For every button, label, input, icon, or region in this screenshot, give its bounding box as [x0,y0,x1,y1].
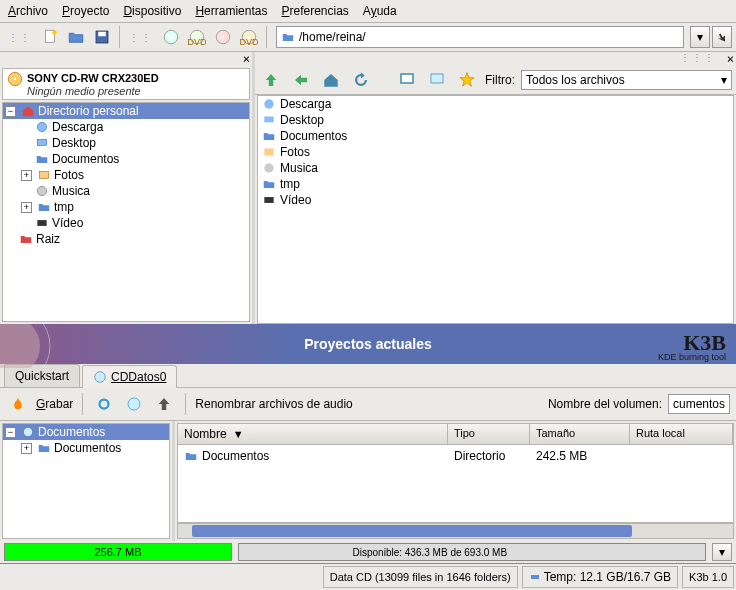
view-icons-button[interactable] [395,68,419,92]
section-header: Proyectos actuales K3BKDE burning tool [0,324,736,364]
close-pane-button[interactable]: × [243,52,250,66]
disc-rw-icon[interactable] [211,25,235,49]
back-button[interactable] [289,68,313,92]
desktop-icon [35,136,49,150]
app-logo: K3BKDE burning tool [658,330,726,362]
list-item[interactable]: Documentos [258,128,733,144]
right-pane: ⋮⋮⋮ × Filtro: Todos los archivos▾ Descar… [255,52,736,324]
disc-decor-icon [0,324,60,368]
col-ruta[interactable]: Ruta local [630,424,733,444]
rename-button[interactable]: Renombrar archivos de audio [195,397,352,411]
progress-bar-row: 256.7 MB Disponible: 436.3 MB de 693.0 M… [0,541,736,563]
video-icon [35,216,49,230]
list-item[interactable]: Musica [258,160,733,176]
folder-icon [37,200,51,214]
tree-row[interactable]: +Documentos [3,440,169,456]
tree-row[interactable]: Musica [3,183,249,199]
list-item[interactable]: Vídeo [258,192,733,208]
tree-row[interactable]: +tmp [3,199,249,215]
new-button[interactable] [38,25,62,49]
up-button[interactable] [259,68,283,92]
burn-icon[interactable] [6,392,30,416]
svg-point-26 [264,163,273,172]
tree-row[interactable]: Desktop [3,135,249,151]
folder-icon [262,97,276,111]
tree-row[interactable]: Documentos [3,151,249,167]
svg-rect-17 [37,140,46,146]
video-icon [262,193,276,207]
menu-archivo[interactable]: Archivo [8,4,48,18]
menu-ayuda[interactable]: Ayuda [363,4,397,18]
svg-point-29 [0,324,40,368]
path-history-button[interactable]: ▾ [690,26,710,48]
file-list[interactable]: Descarga Desktop Documentos Fotos Musica… [257,95,734,324]
burn-button[interactable]: Grabar [36,397,73,411]
volname-label: Nombre del volumen: [548,397,662,411]
tree-row[interactable]: Vídeo [3,215,249,231]
tabbar: Quickstart CDDatos0 [0,364,736,388]
list-item[interactable]: Fotos [258,144,733,160]
tree-row[interactable]: −Documentos [3,424,169,440]
folder-icon [281,30,295,44]
folder-icon [184,449,198,463]
left-pane: × SONY CD-RW CRX230EDNingún medio presen… [0,52,255,324]
save-button[interactable] [90,25,114,49]
photo-icon [262,145,276,159]
filter-label: Filtro: [485,73,515,87]
list-item[interactable]: tmp [258,176,733,192]
tree-row-raiz[interactable]: Raiz [3,231,249,247]
list-item[interactable]: Desktop [258,112,733,128]
view-list-button[interactable] [425,68,449,92]
disc-cd-icon[interactable] [159,25,183,49]
volname-input[interactable] [668,394,730,414]
folder-icon [262,177,276,191]
tree-row-root[interactable]: −Directorio personal [3,103,249,119]
list-item[interactable]: Descarga [258,96,733,112]
device-box[interactable]: SONY CD-RW CRX230EDNingún medio presente [2,68,250,100]
col-nombre[interactable]: Nombre ▼ [178,424,448,444]
temp-icon [529,571,541,583]
svg-rect-20 [37,220,46,226]
handle-icon: ⋮⋮ [8,32,32,43]
import-button[interactable] [122,392,146,416]
table-row[interactable]: Documentos Directorio 242.5 MB [178,445,733,467]
home-button[interactable] [319,68,343,92]
music-icon [262,161,276,175]
svg-rect-24 [264,117,273,123]
reload-button[interactable] [349,68,373,92]
parent-button[interactable] [152,392,176,416]
gear-button[interactable] [92,392,116,416]
tab-cddatos[interactable]: CDDatos0 [82,365,177,388]
tree-row[interactable]: Descarga [3,119,249,135]
left-tree[interactable]: −Directorio personal Descarga Desktop Do… [2,102,250,322]
menu-herramientas[interactable]: Herramientas [195,4,267,18]
svg-point-33 [23,427,32,436]
path-input[interactable]: /home/reina/ [276,26,684,48]
photo-icon [37,168,51,182]
svg-point-19 [37,186,46,195]
project-tree[interactable]: −Documentos +Documentos [2,423,170,539]
handle-icon: ⋮⋮ [129,32,153,43]
open-button[interactable] [64,25,88,49]
tree-row[interactable]: +Fotos [3,167,249,183]
progress-menu-button[interactable]: ▾ [712,543,732,561]
svg-text:DVD: DVD [240,37,258,47]
col-tamano[interactable]: Tamaño [530,424,630,444]
filter-combo[interactable]: Todos los archivos▾ [521,70,732,90]
close-pane-button[interactable]: × [727,52,734,66]
folder-icon [262,129,276,143]
disc-dvd2-icon[interactable]: DVD [237,25,261,49]
menu-proyecto[interactable]: Proyecto [62,4,109,18]
project-table[interactable]: Nombre ▼ Tipo Tamaño Ruta local Document… [177,423,734,523]
menu-preferencias[interactable]: Preferencias [281,4,348,18]
file-toolbar: Filtro: Todos los archivos▾ [255,66,736,95]
home-icon [21,104,35,118]
status-version: K3b 1.0 [682,566,734,588]
desktop-icon [262,113,276,127]
disc-dvd-icon[interactable]: DVD [185,25,209,49]
path-go-button[interactable] [712,26,732,48]
bookmark-button[interactable] [455,68,479,92]
menu-dispositivo[interactable]: Dispositivo [123,4,181,18]
col-tipo[interactable]: Tipo [448,424,530,444]
h-scrollbar[interactable] [177,523,734,539]
